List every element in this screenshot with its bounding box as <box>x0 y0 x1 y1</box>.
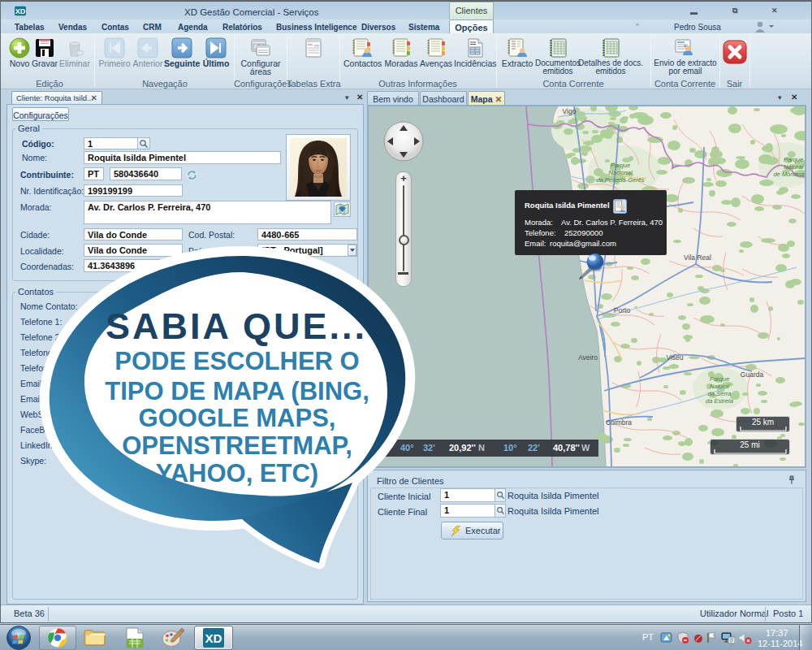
svg-text:Vigo: Vigo <box>563 107 577 115</box>
svg-text:da Peneda-Gerês: da Peneda-Gerês <box>596 176 644 184</box>
svg-text:GOOGLE MAPS,: GOOGLE MAPS, <box>139 404 336 432</box>
svg-text:Vila Real: Vila Real <box>684 254 711 262</box>
svg-text:XD: XD <box>205 631 222 645</box>
svg-text:Natural: Natural <box>784 163 804 171</box>
svg-text:TIPO DE MAPA (BING,: TIPO DE MAPA (BING, <box>105 377 369 405</box>
svg-text:Parque: Parque <box>784 156 803 163</box>
svg-text:Coimbra: Coimbra <box>606 418 632 427</box>
svg-text:da Serra: da Serra <box>708 390 732 397</box>
svg-text:PODE ESCOLHER O: PODE ESCOLHER O <box>114 347 359 375</box>
svg-text:Parque: Parque <box>710 375 729 383</box>
svg-text:Porto: Porto <box>614 306 631 314</box>
svg-text:Natural: Natural <box>710 383 730 390</box>
svg-text:Aveiro: Aveiro <box>578 353 598 362</box>
svg-text:Viseu: Viseu <box>666 353 683 362</box>
svg-text:YAHOO, ETC): YAHOO, ETC) <box>156 459 318 488</box>
svg-text:Nacional: Nacional <box>608 169 633 176</box>
svg-text:OPENSTREETMAP,: OPENSTREETMAP, <box>122 431 352 460</box>
svg-text:Guarda: Guarda <box>741 370 764 379</box>
svg-text:Parque: Parque <box>611 162 630 169</box>
svg-text:de Montesinho: de Montesinho <box>773 171 805 178</box>
svg-text:SABIA QUE...: SABIA QUE... <box>106 306 367 347</box>
svg-text:XD: XD <box>15 7 26 15</box>
svg-text:da Estrela: da Estrela <box>706 397 733 405</box>
